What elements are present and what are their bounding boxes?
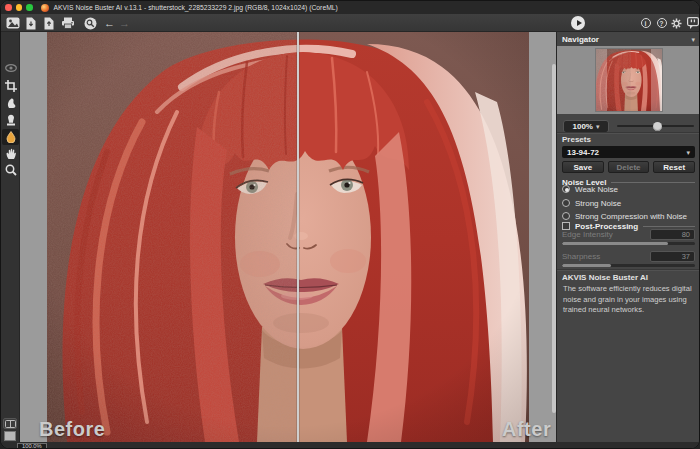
crop-tool-button[interactable]: [2, 78, 19, 94]
open-image-icon: [26, 17, 36, 30]
edge-intensity-row: Edge Intensity 80: [562, 229, 695, 240]
help-button[interactable]: ?: [654, 16, 669, 30]
print-button[interactable]: [60, 16, 75, 30]
radio-weak-noise[interactable]: Weak Noise: [562, 184, 618, 194]
gear-icon: [671, 18, 682, 29]
new-image-button[interactable]: [5, 16, 20, 30]
navigator-thumbnail[interactable]: [596, 49, 662, 111]
sharpness-slider[interactable]: [562, 264, 695, 267]
before-after-split-line[interactable]: [297, 32, 299, 442]
share-icon: [84, 17, 97, 30]
chevron-down-icon: ▾: [691, 36, 695, 43]
edge-intensity-slider[interactable]: [562, 242, 695, 245]
blur-drop-tool-button[interactable]: [2, 129, 19, 145]
toolbar: ← → i ?: [1, 14, 700, 32]
settings-panel: Navigator ▾ 100% ▾ Presets 13-94-72 ▾: [556, 32, 699, 442]
titlebar: AKVIS Noise Buster AI v.13.1 - shutterst…: [1, 1, 700, 14]
crop-icon: [5, 80, 17, 92]
undo-button[interactable]: ←: [102, 16, 117, 30]
edge-intensity-value[interactable]: 80: [650, 229, 695, 240]
preferences-button[interactable]: [669, 16, 684, 30]
about-title: AKVIS Noise Buster AI: [557, 273, 700, 283]
presets-label: Presets: [557, 135, 700, 145]
magnifier-icon: [5, 164, 17, 176]
navigator-preview-area: [557, 46, 700, 114]
tool-column: [1, 32, 20, 442]
drop-icon: [5, 131, 17, 143]
sharpness-label: Sharpness: [562, 252, 600, 261]
edge-intensity-slider-fill: [562, 242, 668, 245]
history-brush-tool-button[interactable]: [2, 112, 19, 128]
zoom-window-button[interactable]: [26, 4, 33, 11]
window-title: AKVIS Noise Buster AI v.13.1 - shutterst…: [54, 4, 338, 11]
radio-icon: [562, 185, 570, 193]
zoom-slider[interactable]: [617, 125, 694, 127]
zoom-level-value: 100%: [573, 122, 593, 131]
app-logo-icon: [41, 4, 49, 12]
radio-strong-noise[interactable]: Strong Noise: [562, 198, 621, 208]
run-button[interactable]: [571, 16, 585, 30]
sharpness-value[interactable]: 37: [650, 251, 695, 262]
zoom-tool-button[interactable]: [2, 162, 19, 178]
hand-tool-button[interactable]: [2, 146, 19, 162]
redo-icon: →: [119, 18, 130, 29]
close-window-button[interactable]: [5, 4, 12, 11]
sharpness-slider-fill: [562, 264, 611, 267]
preset-buttons: Save Delete Reset: [557, 161, 700, 173]
sharpness-row: Sharpness 37: [562, 251, 695, 262]
preview-eye-icon: [5, 63, 17, 73]
preset-selected-value: 13-94-72: [567, 148, 599, 157]
image-canvas[interactable]: Before After: [20, 32, 557, 442]
navigator-header[interactable]: Navigator ▾: [557, 34, 700, 45]
status-bar: 100.0%: [1, 442, 700, 449]
info-button[interactable]: i: [638, 16, 653, 30]
feedback-icon: [687, 17, 699, 30]
smudge-tool-button[interactable]: [2, 95, 19, 111]
header-rule: [643, 226, 695, 227]
history-brush-icon: [5, 114, 17, 126]
save-image-button[interactable]: [41, 16, 56, 30]
radio-icon: [562, 212, 570, 220]
preview-tool-button[interactable]: [2, 60, 19, 76]
open-image-button[interactable]: [23, 16, 38, 30]
hand-icon: [5, 148, 17, 160]
radio-label: Weak Noise: [575, 185, 618, 194]
edge-intensity-label: Edge Intensity: [562, 230, 613, 239]
divider: [557, 269, 700, 271]
status-zoom-value: 100.0%: [17, 443, 47, 449]
app-window: AKVIS Noise Buster AI v.13.1 - shutterst…: [0, 0, 700, 449]
preset-dropdown[interactable]: 13-94-72 ▾: [562, 146, 695, 158]
radio-icon: [562, 199, 570, 207]
before-label: Before: [39, 418, 105, 441]
radio-strong-compression[interactable]: Strong Compression with Noise: [562, 211, 687, 221]
redo-button[interactable]: →: [117, 16, 132, 30]
help-icon: ?: [657, 18, 667, 28]
header-rule: [611, 182, 695, 183]
share-button[interactable]: [83, 16, 98, 30]
split-view-button[interactable]: [3, 418, 17, 429]
zoom-slider-handle[interactable]: [653, 122, 662, 131]
after-label: After: [502, 418, 551, 441]
delete-preset-button[interactable]: Delete: [608, 161, 650, 173]
navigator-mask-left: [596, 49, 607, 111]
about-description: The software efficiently reduces digital…: [557, 284, 700, 316]
portrait-photo: [47, 32, 529, 442]
navigator-title: Navigator: [562, 35, 599, 44]
new-image-icon: [6, 17, 20, 29]
background-color-swatch[interactable]: [4, 431, 16, 441]
reset-preset-button[interactable]: Reset: [653, 161, 695, 173]
print-icon: [61, 17, 75, 29]
feedback-button[interactable]: [685, 16, 700, 30]
radio-label: Strong Noise: [575, 199, 621, 208]
zoom-level-dropdown[interactable]: 100% ▾: [563, 120, 609, 133]
play-icon: [577, 20, 582, 26]
zoom-controls: 100% ▾: [557, 119, 700, 133]
chevron-down-icon: ▾: [686, 149, 690, 156]
split-frame-icon: [5, 420, 16, 428]
save-preset-button[interactable]: Save: [562, 161, 604, 173]
save-image-icon: [44, 17, 54, 30]
divider: [557, 132, 700, 134]
navigator-mask-right: [651, 49, 662, 111]
minimize-window-button[interactable]: [16, 4, 23, 11]
chevron-down-icon: ▾: [596, 123, 600, 130]
